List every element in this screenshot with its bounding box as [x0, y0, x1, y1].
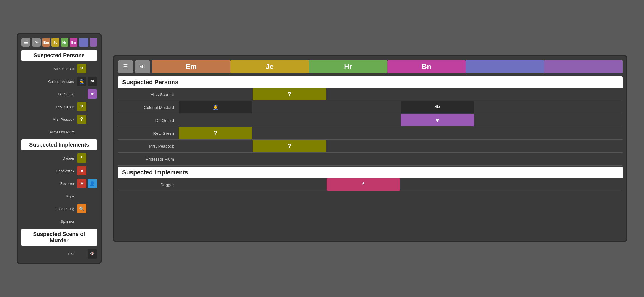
- right-cell-dag-4[interactable]: [401, 178, 474, 191]
- right-cell-cm-4[interactable]: 👁: [401, 101, 474, 113]
- right-player-tab-p5[interactable]: [466, 60, 544, 73]
- left-row-revolver: Revolver ✕ 👤: [21, 178, 97, 189]
- left-cell-lead-search[interactable]: 🔍: [77, 204, 86, 213]
- right-cell-pp-6[interactable]: [549, 153, 622, 165]
- right-cell-pp-4[interactable]: [401, 153, 474, 165]
- right-cell-mp-6[interactable]: [549, 140, 622, 152]
- left-toolbar: ☰ 👁 Em Jc Hr Bn: [21, 38, 97, 47]
- right-menu-button[interactable]: ☰: [118, 60, 133, 73]
- right-cell-ms-3[interactable]: [327, 88, 400, 100]
- left-cell-candlestick-empty: [88, 166, 97, 175]
- right-cell-ms-1[interactable]: [179, 88, 252, 100]
- right-cell-do-2[interactable]: [253, 114, 326, 126]
- left-cell-mp-question[interactable]: ?: [77, 115, 86, 124]
- right-cell-dag-3[interactable]: *: [327, 178, 400, 191]
- right-cell-dag-1[interactable]: [179, 178, 252, 191]
- right-player-tab-hr[interactable]: Hr: [309, 60, 387, 73]
- right-cell-cm-3[interactable]: [327, 101, 400, 113]
- right-label-miss-scarlett: Miss Scarlett: [118, 92, 178, 97]
- right-player-tab-bn[interactable]: Bn: [387, 60, 466, 73]
- right-cell-pp-1[interactable]: [179, 153, 252, 165]
- right-cell-rg-6[interactable]: [549, 127, 622, 139]
- player-tab-p6[interactable]: [90, 38, 97, 47]
- right-cell-rg-1[interactable]: ?: [179, 127, 252, 139]
- right-cell-do-5[interactable]: [475, 114, 548, 126]
- right-row-colonel-mustard: Colonel Mustard 👮 👁: [118, 101, 623, 114]
- right-cell-do-6[interactable]: [549, 114, 622, 126]
- right-row-miss-scarlett: Miss Scarlett ?: [118, 88, 623, 101]
- left-cell-hall-eye-slash[interactable]: 👁∕: [88, 249, 97, 258]
- right-cell-pp-3[interactable]: [327, 153, 400, 165]
- left-row-dr-orchid: Dr. Orchid ♥: [21, 89, 97, 99]
- right-cell-dag-5[interactable]: [475, 178, 548, 191]
- left-cell-revolver-cross[interactable]: ✕: [77, 179, 86, 188]
- right-cell-do-1[interactable]: [179, 114, 252, 126]
- right-cell-mp-5[interactable]: [475, 140, 548, 152]
- right-cell-do-4[interactable]: ♥: [401, 114, 474, 126]
- left-label-spanner: Spanner: [21, 219, 76, 224]
- left-row-candlestick: Candlestick ✕: [21, 166, 97, 176]
- right-cell-ms-6[interactable]: [549, 88, 622, 100]
- left-cell-rg-question[interactable]: ?: [77, 102, 86, 111]
- right-implements-header: Suspected Implements: [118, 167, 623, 178]
- right-cell-cm-6[interactable]: [549, 101, 622, 113]
- right-cell-ms-2[interactable]: ?: [253, 88, 326, 100]
- right-cells-dagger: *: [178, 178, 623, 191]
- right-cell-rg-3[interactable]: [327, 127, 400, 139]
- right-panel: ☰ 👁 Em Jc Hr Bn Suspected Persons Miss S…: [113, 55, 627, 242]
- left-cell-mp-empty: [88, 115, 97, 124]
- player-tab-p5[interactable]: [79, 38, 88, 47]
- right-cell-rg-2[interactable]: [253, 127, 326, 139]
- left-cell-do-empty: [77, 89, 86, 99]
- right-cell-mp-2[interactable]: ?: [253, 140, 326, 152]
- player-tab-em[interactable]: Em: [42, 38, 50, 47]
- left-cell-do-heart[interactable]: ♥: [88, 89, 97, 99]
- left-row-miss-scarlett: Miss Scarlett ?: [21, 64, 97, 74]
- player-tab-bn[interactable]: Bn: [70, 38, 77, 47]
- left-cell-cm-eye[interactable]: 👁: [88, 77, 97, 86]
- right-cell-do-3[interactable]: [327, 114, 400, 126]
- left-cell-cm-ghost[interactable]: 👮: [77, 77, 86, 86]
- right-cell-ms-5[interactable]: [475, 88, 548, 100]
- left-cell-ms-question[interactable]: ?: [77, 64, 86, 73]
- right-cell-cm-5[interactable]: [475, 101, 548, 113]
- left-row-colonel-mustard: Colonel Mustard 👮 👁: [21, 76, 97, 87]
- left-label-candlestick: Candlestick: [21, 169, 76, 173]
- right-toolbar: ☰ 👁 Em Jc Hr Bn: [118, 60, 623, 73]
- right-cell-rg-4[interactable]: [401, 127, 474, 139]
- right-player-tab-em[interactable]: Em: [152, 60, 230, 73]
- right-player-tab-p6[interactable]: [544, 60, 623, 73]
- left-cell-dagger-asterisk[interactable]: *: [77, 153, 86, 163]
- right-cell-cm-1[interactable]: 👮: [179, 101, 252, 113]
- left-menu-button[interactable]: ☰: [21, 38, 30, 47]
- right-cell-rg-5[interactable]: [475, 127, 548, 139]
- right-cell-mp-4[interactable]: [401, 140, 474, 152]
- right-cell-mp-1[interactable]: [179, 140, 252, 152]
- right-cell-ms-4[interactable]: [401, 88, 474, 100]
- right-cell-mp-3[interactable]: [327, 140, 400, 152]
- left-row-lead-piping: Lead Piping 🔍: [21, 204, 97, 214]
- right-row-dr-orchid: Dr. Orchid ♥: [118, 114, 623, 127]
- player-tab-hr[interactable]: Hr: [61, 38, 68, 47]
- right-row-dagger: Dagger *: [118, 178, 623, 191]
- right-cell-cm-2[interactable]: [253, 101, 326, 113]
- left-cell-revolver-person[interactable]: 👤: [88, 179, 97, 188]
- right-player-tab-jc[interactable]: Jc: [230, 60, 309, 73]
- left-cell-pp-empty2: [88, 127, 97, 137]
- left-implements-header: Suspected Implements: [21, 139, 97, 150]
- right-cells-rev-green: ?: [178, 127, 623, 139]
- left-eye-button[interactable]: 👁: [32, 38, 41, 47]
- left-cell-rope-empty2: [88, 191, 97, 201]
- right-cell-pp-5[interactable]: [475, 153, 548, 165]
- player-tab-jc[interactable]: Jc: [51, 38, 59, 47]
- right-cell-dag-6[interactable]: [549, 178, 622, 191]
- left-cell-candlestick-cross[interactable]: ✕: [77, 166, 86, 175]
- left-panel: ☰ 👁 Em Jc Hr Bn Suspected Persons Miss S…: [17, 33, 102, 264]
- right-cell-pp-2[interactable]: [253, 153, 326, 165]
- left-row-hall: Hall 👁∕: [21, 249, 97, 259]
- left-label-hall: Hall: [21, 252, 76, 256]
- right-cell-dag-2[interactable]: [253, 178, 326, 191]
- right-eye-button[interactable]: 👁: [135, 60, 150, 73]
- left-label-mrs-peacock: Mrs. Peacock: [21, 117, 76, 122]
- right-row-mrs-peacock: Mrs. Peacock ?: [118, 140, 623, 153]
